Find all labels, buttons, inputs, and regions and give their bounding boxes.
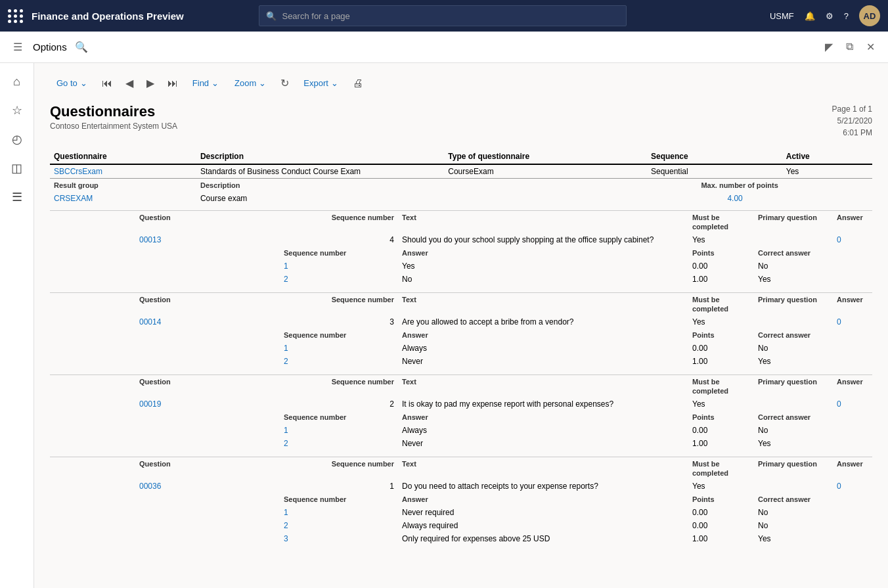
question-id: 00014 <box>139 317 161 327</box>
answer-val: 0 <box>833 480 872 493</box>
report-title: Questionnaires <box>50 103 872 120</box>
answer-header-row: Sequence number Answer Points Correct an… <box>50 411 872 424</box>
answer-text: Always <box>398 424 688 437</box>
answer-points: 1.00 <box>688 532 754 545</box>
question-text: Should you do your school supply shoppin… <box>398 233 688 246</box>
zoom-label: Zoom <box>234 78 256 88</box>
answer-seq: 2 <box>280 437 398 450</box>
seq-num-label: Sequence number <box>332 378 394 386</box>
answer-text: Always required <box>398 519 688 532</box>
questionnaire-active: Yes <box>782 164 872 179</box>
answer-text: Only required for expenses above 25 USD <box>398 532 688 545</box>
rg-desc-label: Description <box>196 179 444 192</box>
text-label: Text <box>402 214 416 221</box>
primary-q-label: Primary question <box>758 378 817 386</box>
primary-q-label: Primary question <box>758 214 817 221</box>
company-code[interactable]: USMF <box>770 11 794 21</box>
answer-row: 2 Never 1.00 Yes <box>50 355 872 368</box>
print-button[interactable]: 🖨 <box>347 74 368 93</box>
zoom-chevron: ⌄ <box>259 78 266 88</box>
sidebar-recent[interactable]: ◴ <box>4 126 30 152</box>
notifications-icon[interactable]: 🔔 <box>805 11 815 21</box>
answer-points: 0.00 <box>688 424 754 437</box>
close-panel-icon[interactable]: ✕ <box>864 38 877 56</box>
question-table: Question Sequence number Text Must be co… <box>50 210 872 292</box>
question-label: Question <box>139 460 171 468</box>
report-date: 5/21/2020 <box>832 115 872 127</box>
rg-code: CRSEXAM <box>50 192 196 205</box>
text-label: Text <box>402 460 416 468</box>
next-page-button[interactable]: ▶ <box>141 74 160 93</box>
answer-correct: Yes <box>754 273 833 286</box>
answer-seq: 1 <box>280 506 398 519</box>
seq-num-label: Sequence number <box>332 296 394 304</box>
report-table: Questionnaire Description Type of questi… <box>50 149 872 210</box>
primary-q-val <box>754 315 833 328</box>
export-button[interactable]: Export ⌄ <box>297 75 345 91</box>
last-page-button[interactable]: ⏭ <box>162 74 183 93</box>
first-page-button[interactable]: ⏮ <box>97 74 118 93</box>
global-search-box[interactable]: 🔍 <box>259 5 627 26</box>
must-complete-label: Must be completed <box>692 214 728 231</box>
answer-points: 0.00 <box>688 342 754 355</box>
answer-val: 0 <box>833 233 872 246</box>
must-complete-val: Yes <box>688 233 754 246</box>
report-time: 6:01 PM <box>832 127 872 139</box>
questionnaire-description: Standards of Business Conduct Course Exa… <box>196 164 444 179</box>
answer-points: 0.00 <box>688 519 754 532</box>
answer-correct: No <box>754 506 833 519</box>
export-chevron: ⌄ <box>331 78 338 88</box>
find-chevron: ⌄ <box>211 78 219 88</box>
help-icon[interactable]: ? <box>844 11 849 21</box>
export-label: Export <box>303 78 328 88</box>
hamburger-icon[interactable]: ☰ <box>11 38 25 56</box>
rg-maxpoints-val: 4.00 <box>444 192 782 205</box>
prev-page-button[interactable]: ◀ <box>120 74 139 93</box>
page-info: Page 1 of 1 <box>832 103 872 115</box>
question-data-row: 00019 2 It is okay to pad my expense rep… <box>50 397 872 411</box>
answer-correct: No <box>754 342 833 355</box>
col-questionnaire: Questionnaire <box>50 149 196 164</box>
answer-points: 1.00 <box>688 273 754 286</box>
answer-label: Answer <box>837 460 863 468</box>
rg-maxpoints-label: Max. number of points <box>444 179 782 192</box>
primary-q-val <box>754 480 833 493</box>
answer-label: Answer <box>837 378 863 386</box>
answer-seq: 2 <box>280 273 398 286</box>
report-meta: Page 1 of 1 5/21/2020 6:01 PM <box>832 103 872 139</box>
questionnaire-code: SBCCrsExam <box>50 164 196 179</box>
compact-view-icon[interactable]: ◤ <box>822 38 835 56</box>
answer-points: 1.00 <box>688 355 754 368</box>
answer-points: 0.00 <box>688 506 754 519</box>
col-active: Active <box>782 149 872 164</box>
answer-text: Always <box>398 342 688 355</box>
text-label: Text <box>402 378 416 386</box>
sidebar-home[interactable]: ⌂ <box>4 68 30 95</box>
col-sequence: Sequence <box>647 149 782 164</box>
search-input[interactable] <box>282 11 619 21</box>
app-grid-icon[interactable] <box>8 9 24 23</box>
find-label: Find <box>192 78 209 88</box>
sidebar-modules[interactable]: ☰ <box>4 184 30 210</box>
answer-row: 2 Never 1.00 Yes <box>50 437 872 450</box>
answer-text: Never <box>398 355 688 368</box>
question-header-row: Question Sequence number Text Must be co… <box>50 375 872 398</box>
refresh-button[interactable]: ↻ <box>275 74 294 93</box>
question-id: 00013 <box>139 235 161 244</box>
sidebar-workspaces[interactable]: ◫ <box>4 155 30 181</box>
search-icon: 🔍 <box>266 11 277 21</box>
open-new-window-icon[interactable]: ⧉ <box>843 38 856 56</box>
answer-text: No <box>398 273 688 286</box>
options-search-icon[interactable]: 🔍 <box>75 41 88 53</box>
zoom-button[interactable]: Zoom ⌄ <box>228 75 273 91</box>
user-avatar[interactable]: AD <box>859 5 880 26</box>
goto-button[interactable]: Go to ⌄ <box>50 75 94 91</box>
find-button[interactable]: Find ⌄ <box>186 75 225 91</box>
question-table: Question Sequence number Text Must be co… <box>50 374 872 457</box>
settings-icon[interactable]: ⚙ <box>826 11 833 21</box>
sidebar-favorites[interactable]: ☆ <box>4 97 30 124</box>
answer-row: 1 Always 0.00 No <box>50 424 872 437</box>
question-data-row: 00014 3 Are you allowed to accept a brib… <box>50 315 872 328</box>
options-title: Options <box>33 41 67 53</box>
rg-header-label: Result group <box>50 179 196 192</box>
